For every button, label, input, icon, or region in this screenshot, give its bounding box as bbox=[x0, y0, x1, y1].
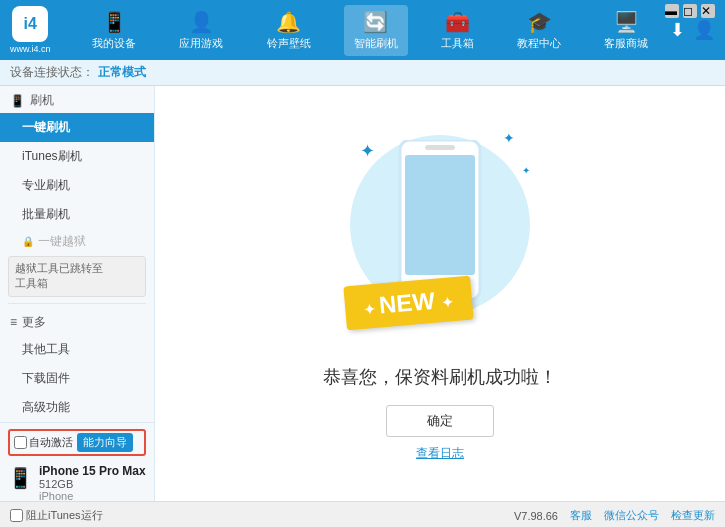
close-icon[interactable]: ✕ bbox=[701, 4, 715, 18]
nav-items: 📱 我的设备 👤 应用游戏 🔔 铃声壁纸 🔄 智能刷机 🧰 工具箱 🎓 bbox=[71, 5, 670, 56]
device-storage: 512GB bbox=[39, 478, 146, 490]
sidebar-item-batch-flash[interactable]: 批量刷机 bbox=[0, 200, 154, 229]
sidebar-item-pro-flash[interactable]: 专业刷机 bbox=[0, 171, 154, 200]
device-type: iPhone bbox=[39, 490, 146, 501]
sidebar-note: 越狱工具已跳转至 工具箱 bbox=[8, 256, 146, 297]
top-nav-bar: i4 www.i4.cn 📱 我的设备 👤 应用游戏 🔔 铃声壁纸 🔄 智能刷机 bbox=[0, 0, 725, 60]
device-icon: 📱 bbox=[8, 466, 33, 490]
window-controls: ▬ ◻ ✕ bbox=[665, 4, 715, 18]
nav-my-device[interactable]: 📱 我的设备 bbox=[82, 5, 146, 56]
status-bar: 设备连接状态： 正常模式 bbox=[0, 60, 725, 86]
status-value: 正常模式 bbox=[98, 64, 146, 81]
user-icon[interactable]: 👤 bbox=[693, 19, 715, 41]
smart-flash-icon: 🔄 bbox=[363, 10, 388, 34]
ringtones-icon: 🔔 bbox=[276, 10, 301, 34]
apps-games-icon: 👤 bbox=[189, 10, 214, 34]
phone-svg bbox=[395, 140, 485, 300]
more-section-header: ≡ 更多 bbox=[0, 308, 154, 335]
flash-section-icon: 📱 bbox=[10, 94, 25, 108]
svg-rect-1 bbox=[405, 155, 475, 275]
auto-activate-row: 自动激活 能力向导 bbox=[8, 429, 146, 456]
svg-rect-3 bbox=[425, 145, 455, 150]
main-area: 📱 刷机 一键刷机 iTunes刷机 专业刷机 批量刷机 🔒 一键越狱 越狱工具… bbox=[0, 86, 725, 501]
success-message: 恭喜您，保资料刷机成功啦！ bbox=[323, 365, 557, 389]
desktop-link[interactable]: 客服 bbox=[570, 508, 592, 523]
device-name: iPhone 15 Pro Max bbox=[39, 464, 146, 478]
nav-apps-games[interactable]: 👤 应用游戏 bbox=[169, 5, 233, 56]
nav-smart-flash[interactable]: 🔄 智能刷机 bbox=[344, 5, 408, 56]
version-label: V7.98.66 bbox=[514, 510, 558, 522]
minimize-icon[interactable]: ▬ bbox=[665, 4, 679, 18]
itunes-checkbox[interactable] bbox=[10, 509, 23, 522]
itunes-checkbox-label[interactable]: 阻止iTunes运行 bbox=[10, 508, 103, 523]
nav-tutorials[interactable]: 🎓 教程中心 bbox=[507, 5, 571, 56]
auto-activate-checkbox[interactable] bbox=[14, 436, 27, 449]
download-icon[interactable]: ⬇ bbox=[670, 19, 685, 41]
auto-activate-label[interactable]: 自动激活 bbox=[14, 435, 73, 450]
wechat-link[interactable]: 微信公众号 bbox=[604, 508, 659, 523]
sidebar: 📱 刷机 一键刷机 iTunes刷机 专业刷机 批量刷机 🔒 一键越狱 越狱工具… bbox=[0, 86, 155, 501]
sparkle-1: ✦ bbox=[360, 140, 375, 162]
device-details: iPhone 15 Pro Max 512GB iPhone bbox=[39, 464, 146, 501]
content-area: ✦ ✦ ✦ NEW 恭喜您，保资料刷机成功啦！ 确定 bbox=[155, 86, 725, 501]
nav-service[interactable]: 🖥️ 客服商城 bbox=[594, 5, 658, 56]
tutorials-icon: 🎓 bbox=[527, 10, 552, 34]
sparkle-3: ✦ bbox=[522, 165, 530, 176]
sidebar-item-one-key-flash[interactable]: 一键刷机 bbox=[0, 113, 154, 142]
sidebar-item-itunes-flash[interactable]: iTunes刷机 bbox=[0, 142, 154, 171]
logo-text: www.i4.cn bbox=[10, 44, 51, 54]
sidebar-divider bbox=[8, 303, 146, 304]
device-info: 📱 iPhone 15 Pro Max 512GB iPhone bbox=[8, 460, 146, 501]
my-device-icon: 📱 bbox=[102, 10, 127, 34]
lock-icon: 🔒 bbox=[22, 236, 34, 247]
phone-illustration: ✦ ✦ ✦ NEW bbox=[340, 125, 540, 345]
more-section-icon: ≡ bbox=[10, 315, 17, 329]
toolbox-icon: 🧰 bbox=[445, 10, 470, 34]
guided-tour-button[interactable]: 能力向导 bbox=[77, 433, 133, 452]
sparkle-2: ✦ bbox=[503, 130, 515, 146]
bottom-left: 阻止iTunes运行 bbox=[10, 508, 103, 523]
nav-toolbox[interactable]: 🧰 工具箱 bbox=[431, 5, 484, 56]
sidebar-item-download-firmware[interactable]: 下载固件 bbox=[0, 364, 154, 393]
new-badge: NEW bbox=[343, 276, 473, 331]
view-log-link[interactable]: 查看日志 bbox=[416, 445, 464, 462]
flash-section-header: 📱 刷机 bbox=[0, 86, 154, 113]
bottom-bar: 阻止iTunes运行 V7.98.66 客服 微信公众号 检查更新 bbox=[0, 501, 725, 527]
maximize-icon[interactable]: ◻ bbox=[683, 4, 697, 18]
sidebar-item-advanced[interactable]: 高级功能 bbox=[0, 393, 154, 422]
confirm-button[interactable]: 确定 bbox=[386, 405, 494, 437]
app-logo: i4 www.i4.cn bbox=[10, 6, 51, 54]
check-update-link[interactable]: 检查更新 bbox=[671, 508, 715, 523]
sidebar-item-jailbreak: 🔒 一键越狱 bbox=[0, 229, 154, 254]
nav-ringtones[interactable]: 🔔 铃声壁纸 bbox=[257, 5, 321, 56]
top-right-actions: ⬇ 👤 bbox=[670, 19, 715, 41]
sidebar-item-other-tools[interactable]: 其他工具 bbox=[0, 335, 154, 364]
service-icon: 🖥️ bbox=[614, 10, 639, 34]
sidebar-bottom: 自动激活 能力向导 📱 iPhone 15 Pro Max 512GB iPho… bbox=[0, 422, 154, 501]
bottom-right: V7.98.66 客服 微信公众号 检查更新 bbox=[514, 508, 715, 523]
logo-icon: i4 bbox=[12, 6, 48, 42]
